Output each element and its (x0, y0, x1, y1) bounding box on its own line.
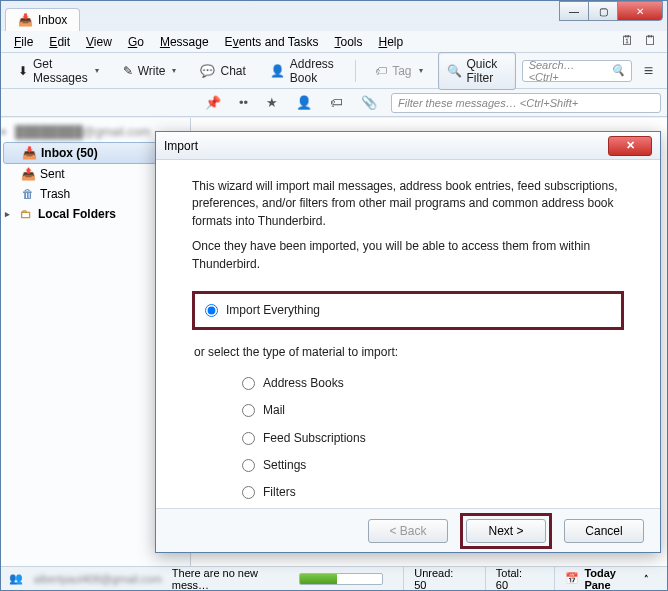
today-pane-button[interactable]: 📅 Today Pane ˄ (554, 567, 659, 590)
menu-go[interactable]: Go (121, 33, 151, 51)
collapse-icon[interactable]: ▾ (1, 127, 10, 137)
radio-filters[interactable] (242, 486, 255, 499)
option-feed-subscriptions[interactable]: Feed Subscriptions (238, 425, 624, 452)
menu-view[interactable]: View (79, 33, 119, 51)
option-import-everything[interactable]: Import Everything (192, 291, 624, 330)
filter-messages-input[interactable]: Filter these messages… <Ctrl+Shift+ (391, 93, 661, 113)
attachment-filter-icon[interactable]: 📎 (357, 93, 381, 112)
quick-filter-bar: 📌 •• ★ 👤 🏷 📎 Filter these messages… <Ctr… (1, 89, 667, 117)
tab-label: Inbox (38, 13, 67, 27)
inbox-icon: 📥 (18, 13, 32, 27)
toolbar: ⬇ Get Messages ▾ ✎ Write ▾ 💬 Chat 👤 Addr… (1, 53, 667, 89)
tab-inbox[interactable]: 📥 Inbox (5, 8, 80, 31)
status-message: There are no new mess… (172, 567, 290, 591)
next-button[interactable]: Next > (466, 519, 546, 543)
dialog-intro-1: This wizard will import mail messages, a… (192, 178, 624, 230)
menu-tools[interactable]: Tools (327, 33, 369, 51)
calendar-icon: 📅 (565, 572, 579, 585)
progress-bar (299, 573, 383, 585)
search-icon: 🔍 (611, 64, 625, 77)
unread-filter-icon[interactable]: •• (235, 93, 252, 112)
chat-icon: 💬 (200, 64, 215, 78)
expand-icon[interactable]: ▸ (5, 209, 14, 219)
tag-icon: 🏷 (375, 64, 387, 78)
radio-address-books[interactable] (242, 377, 255, 390)
addressbook-icon: 👤 (270, 64, 285, 78)
write-button[interactable]: ✎ Write ▾ (114, 59, 186, 83)
status-chat-icon[interactable]: 👥 (9, 572, 24, 585)
chevron-down-icon: ▾ (172, 66, 176, 75)
radio-settings[interactable] (242, 459, 255, 472)
sent-icon: 📤 (21, 167, 35, 181)
cancel-button[interactable]: Cancel (564, 519, 644, 543)
dialog-intro-2: Once they have been imported, you will b… (192, 238, 624, 273)
back-button[interactable]: < Back (368, 519, 448, 543)
minimize-button[interactable]: — (559, 1, 589, 21)
search-input[interactable]: Search… <Ctrl+ 🔍 (522, 60, 632, 82)
address-book-button[interactable]: 👤 Address Book (261, 52, 350, 90)
dialog-close-button[interactable]: ✕ (608, 136, 652, 156)
unread-count: Unread: 50 (403, 567, 475, 590)
menu-help[interactable]: Help (371, 33, 410, 51)
menu-message[interactable]: Message (153, 33, 216, 51)
get-messages-button[interactable]: ⬇ Get Messages ▾ (9, 52, 108, 90)
quick-filter-button[interactable]: 🔍 Quick Filter (438, 52, 516, 90)
menubar: File Edit View Go Message Events and Tas… (1, 31, 667, 53)
inbox-icon: 📥 (22, 146, 36, 160)
close-button[interactable]: ✕ (617, 1, 663, 21)
maximize-button[interactable]: ▢ (588, 1, 618, 21)
radio-mail[interactable] (242, 404, 255, 417)
contact-filter-icon[interactable]: 👤 (292, 93, 316, 112)
import-subhead: or select the type of material to import… (194, 344, 624, 361)
total-count: Total: 60 (485, 567, 545, 590)
pencil-icon: ✎ (123, 64, 133, 78)
tag-button[interactable]: 🏷 Tag ▾ (366, 59, 431, 83)
menu-edit[interactable]: Edit (42, 33, 77, 51)
option-settings[interactable]: Settings (238, 452, 624, 479)
app-menu-button[interactable]: ≡ (638, 62, 659, 80)
tag-filter-icon[interactable]: 🏷 (326, 93, 347, 112)
chevron-down-icon: ▾ (419, 66, 423, 75)
menu-events[interactable]: Events and Tasks (218, 33, 326, 51)
trash-icon: 🗑 (21, 187, 35, 201)
dialog-title: Import (164, 139, 608, 153)
option-address-books[interactable]: Address Books (238, 370, 624, 397)
star-filter-icon[interactable]: ★ (262, 93, 282, 112)
calendar-icon[interactable]: 🗓 (621, 33, 634, 48)
option-filters[interactable]: Filters (238, 479, 624, 506)
filter-icon: 🔍 (447, 64, 462, 78)
chevron-up-icon: ˄ (644, 574, 649, 584)
pin-icon[interactable]: 📌 (201, 93, 225, 112)
download-icon: ⬇ (18, 64, 28, 78)
radio-feed-subscriptions[interactable] (242, 432, 255, 445)
radio-import-everything[interactable] (205, 304, 218, 317)
chevron-down-icon: ▾ (95, 66, 99, 75)
status-account: albertpaul408@gmail.com (34, 573, 162, 585)
option-mail[interactable]: Mail (238, 397, 624, 424)
import-dialog: Import ✕ This wizard will import mail me… (155, 131, 661, 553)
folder-icon: 🗀 (19, 207, 33, 221)
tasks-icon[interactable]: 🗒 (644, 33, 657, 48)
chat-button[interactable]: 💬 Chat (191, 59, 254, 83)
menu-file[interactable]: File (7, 33, 40, 51)
status-bar: 👥 albertpaul408@gmail.com There are no n… (1, 566, 667, 590)
